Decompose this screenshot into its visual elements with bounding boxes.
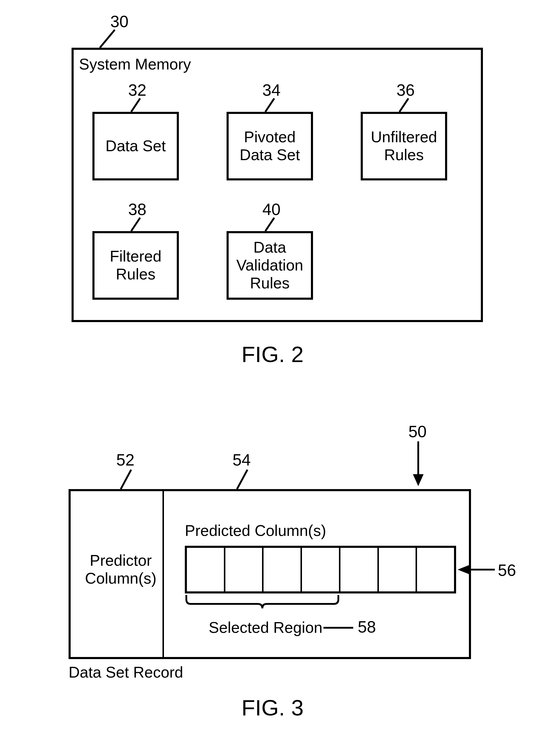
ref-number-52: 52 [116, 450, 135, 469]
filtered-rules-label: Filtered Rules [110, 248, 161, 283]
cell [340, 548, 379, 591]
data-set-record-label: Data Set Record [69, 664, 183, 681]
leader-line-38 [130, 216, 145, 233]
cell [187, 548, 226, 591]
data-validation-rules-box: Data Validation Rules [227, 231, 313, 300]
selected-region-label: Selected Region [209, 619, 322, 637]
leader-line-34 [264, 97, 279, 113]
cell [417, 548, 454, 591]
ref-number-56: 56 [498, 561, 516, 580]
leader-line-58 [323, 623, 353, 632]
fig2-caption: FIG. 2 [242, 341, 303, 367]
data-set-box: Data Set [92, 112, 179, 180]
svg-line-1 [131, 98, 140, 112]
ref-number-50: 50 [408, 422, 427, 441]
leader-line-30 [98, 28, 119, 49]
leader-line-54 [236, 468, 254, 491]
record-divider [163, 491, 164, 657]
svg-marker-7 [413, 474, 424, 486]
unfiltered-rules-box: Unfiltered Rules [361, 112, 447, 180]
arrow-50 [409, 441, 427, 488]
data-set-label: Data Set [106, 137, 166, 155]
predictor-columns-label: Predictor Column(s) [84, 552, 158, 588]
fig3-caption: FIG. 3 [242, 695, 303, 721]
svg-line-8 [121, 470, 131, 489]
svg-line-0 [100, 30, 115, 48]
ref-number-58: 58 [358, 617, 376, 636]
system-memory-title: System Memory [79, 55, 191, 73]
svg-line-3 [399, 98, 408, 112]
filtered-rules-box: Filtered Rules [92, 231, 179, 300]
cell [226, 548, 264, 591]
cells-row [185, 546, 456, 593]
leader-line-36 [398, 97, 413, 113]
cell [302, 548, 340, 591]
svg-line-5 [265, 218, 274, 231]
svg-line-2 [265, 98, 274, 112]
leader-line-32 [130, 97, 145, 113]
cell [379, 548, 417, 591]
svg-marker-11 [458, 565, 469, 574]
unfiltered-rules-label: Unfiltered Rules [371, 128, 437, 164]
data-validation-rules-label: Data Validation Rules [237, 239, 303, 292]
leader-line-52 [119, 468, 137, 491]
svg-line-4 [131, 218, 140, 231]
ref-number-54: 54 [233, 450, 251, 469]
svg-line-9 [237, 470, 248, 489]
pivoted-data-set-box: Pivoted Data Set [227, 112, 313, 180]
predicted-columns-label: Predicted Column(s) [185, 522, 326, 540]
cell [264, 548, 302, 591]
leader-line-40 [264, 216, 279, 233]
selected-region-brace [185, 593, 340, 614]
arrow-56 [458, 562, 496, 577]
pivoted-data-set-label: Pivoted Data Set [240, 128, 300, 164]
